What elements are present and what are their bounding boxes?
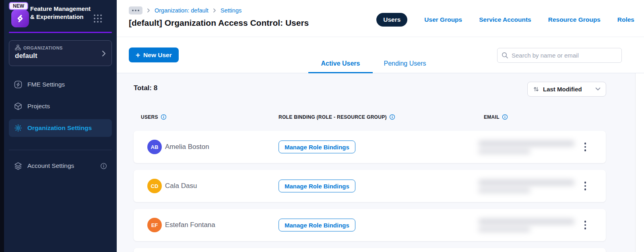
- user-state-tabs: Active Users Pending Users: [308, 37, 437, 73]
- redacted-email: [478, 176, 579, 196]
- fme-logo-icon: [11, 10, 29, 27]
- user-name: Amelia Boston: [165, 143, 209, 151]
- cube-icon: [14, 102, 23, 111]
- breadcrumb-ellipsis-icon[interactable]: [129, 6, 142, 14]
- sidebar-item-label: FME Settings: [27, 81, 65, 88]
- search-box: [497, 48, 622, 63]
- redacted-email: [478, 215, 579, 235]
- sidebar-nav: FME Settings Projects Organization Setti…: [9, 76, 112, 141]
- search-icon: [502, 52, 508, 59]
- column-header-users: USERS: [141, 114, 167, 120]
- tab-active-users[interactable]: Active Users: [308, 37, 373, 73]
- organization-selector[interactable]: ORGANIZATIONS default: [9, 40, 112, 66]
- toolbar: + New User Active Users Pending Users: [117, 37, 644, 73]
- fme-logo-mark-icon: [14, 12, 26, 25]
- table-row: CD Cala Dasu Manage Role Bindings: [134, 170, 606, 202]
- table-header-row: USERS ROLE BINDING (ROLE - RESOURCE GROU…: [117, 114, 635, 120]
- chevron-down-icon: [595, 87, 601, 91]
- breadcrumb: Organization: default Settings: [129, 6, 242, 14]
- sidebar: NEW Feature Management & Experimentation…: [4, 0, 117, 252]
- page-header: Organization: default Settings [default]…: [117, 0, 644, 37]
- tab-pending-users[interactable]: Pending Users: [373, 37, 437, 73]
- gear-icon: [14, 124, 23, 132]
- avatar: CD: [147, 179, 162, 193]
- chevron-right-icon: [147, 8, 151, 13]
- sidebar-item-label: Account Settings: [27, 162, 74, 169]
- sidebar-item-fme-settings[interactable]: FME Settings: [9, 76, 112, 93]
- org-selector-label: ORGANIZATIONS: [23, 45, 63, 50]
- tab-resource-groups[interactable]: Resource Groups: [548, 16, 601, 23]
- column-header-role-binding: ROLE BINDING (ROLE - RESOURCE GROUP): [279, 114, 395, 120]
- row-menu-kebab-icon[interactable]: [580, 140, 591, 154]
- sort-arrows-icon: [533, 86, 539, 93]
- sidebar-nav-bottom: Account Settings: [9, 157, 112, 179]
- info-icon[interactable]: [100, 163, 107, 169]
- accent-divider: [9, 32, 112, 33]
- right-gutter: [635, 73, 644, 252]
- new-user-button[interactable]: + New User: [129, 48, 179, 62]
- info-icon[interactable]: [161, 114, 167, 120]
- new-user-button-label: New User: [143, 52, 172, 59]
- sidebar-item-account-settings[interactable]: Account Settings: [9, 157, 112, 175]
- table-row: AB Amelia Boston Manage Role Bindings: [134, 131, 606, 163]
- total-count: Total: 8: [134, 84, 157, 92]
- org-selector-value: default: [15, 52, 106, 60]
- chevron-right-icon: [102, 50, 106, 57]
- sidebar-item-projects[interactable]: Projects: [9, 97, 112, 115]
- chevron-right-icon: [213, 8, 217, 13]
- sort-dropdown-value: Last Modified: [543, 86, 592, 93]
- breadcrumb-link-settings[interactable]: Settings: [221, 7, 242, 14]
- tab-service-accounts[interactable]: Service Accounts: [479, 16, 531, 23]
- tab-roles[interactable]: Roles: [617, 16, 634, 23]
- sort-dropdown[interactable]: Last Modified: [527, 82, 606, 97]
- avatar: EF: [147, 218, 162, 232]
- column-header-email: EMAIL: [484, 114, 508, 120]
- table-row: EF Estefan Fontana Manage Role Bindings: [134, 209, 606, 241]
- main-area: Organization: default Settings [default]…: [117, 0, 644, 252]
- info-icon[interactable]: [502, 114, 508, 120]
- manage-role-bindings-button[interactable]: Manage Role Bindings: [279, 219, 355, 231]
- avatar: AB: [147, 140, 162, 154]
- sidebar-item-label: Projects: [27, 103, 50, 110]
- fme-settings-icon: [14, 80, 23, 89]
- users-content: Total: 8 Last Modified USERS: [117, 73, 635, 252]
- search-input[interactable]: [512, 52, 617, 59]
- redacted-email: [478, 137, 579, 157]
- app-grid-icon[interactable]: [94, 14, 103, 23]
- info-icon[interactable]: [389, 114, 395, 120]
- org-hierarchy-icon: [15, 45, 21, 51]
- user-name: Cala Dasu: [165, 182, 197, 190]
- left-edge-strip: [0, 0, 4, 252]
- plus-icon: +: [136, 51, 140, 59]
- layers-icon: [14, 161, 23, 170]
- page-title: [default] Organization Access Control: U…: [129, 18, 309, 28]
- user-name: Estefan Fontana: [165, 221, 215, 229]
- row-menu-kebab-icon[interactable]: [580, 179, 591, 193]
- manage-role-bindings-button[interactable]: Manage Role Bindings: [279, 180, 355, 192]
- tab-user-groups[interactable]: User Groups: [424, 16, 462, 23]
- sidebar-divider: [9, 150, 112, 150]
- table-row-partial: [134, 248, 606, 252]
- new-badge: NEW: [9, 2, 28, 10]
- row-menu-kebab-icon[interactable]: [580, 218, 591, 232]
- sidebar-header: NEW Feature Management & Experimentation: [4, 0, 117, 33]
- manage-role-bindings-button[interactable]: Manage Role Bindings: [279, 140, 355, 153]
- sidebar-item-organization-settings[interactable]: Organization Settings: [9, 119, 112, 137]
- product-title: Feature Management & Experimentation: [30, 5, 97, 21]
- tab-users[interactable]: Users: [376, 13, 407, 27]
- sidebar-item-label: Organization Settings: [27, 124, 92, 132]
- breadcrumb-link-organization[interactable]: Organization: default: [155, 7, 208, 14]
- access-control-tabs: Users User Groups Service Accounts Resou…: [376, 13, 634, 27]
